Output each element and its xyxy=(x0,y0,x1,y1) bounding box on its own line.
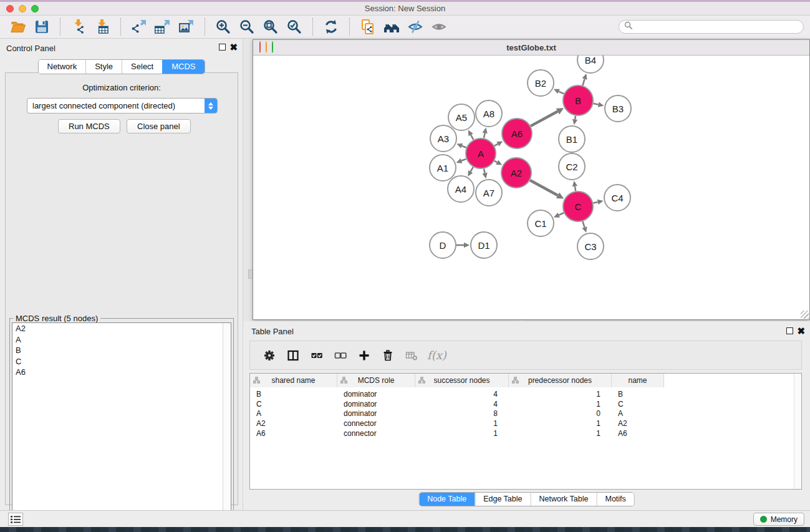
edge-B-B4[interactable] xyxy=(582,79,584,86)
table-row[interactable]: Bdominator41B xyxy=(250,390,664,400)
mcds-result-item[interactable]: A xyxy=(12,334,231,346)
first-neighbors-icon[interactable] xyxy=(380,17,403,37)
close-panel-icon[interactable]: ✖ xyxy=(229,44,238,51)
edge-C-C1[interactable] xyxy=(559,213,564,215)
add-column-icon[interactable] xyxy=(352,345,376,366)
edge-A-A3[interactable] xyxy=(462,146,466,148)
search-box[interactable] xyxy=(619,20,804,34)
graph-node-A6[interactable]: A6 xyxy=(502,118,532,148)
graph-node-A3[interactable]: A3 xyxy=(430,125,456,152)
save-session-icon[interactable] xyxy=(30,17,54,37)
open-file-icon[interactable] xyxy=(6,17,30,37)
graph-node-B4[interactable]: B4 xyxy=(577,56,604,73)
tab-network-table[interactable]: Network Table xyxy=(531,493,597,506)
edge-A-A1[interactable] xyxy=(461,159,466,161)
export-network-icon[interactable] xyxy=(127,17,151,37)
edge-A-A6[interactable] xyxy=(494,144,498,146)
network-window-titlebar[interactable]: testGlobe.txt xyxy=(253,40,809,56)
tab-select[interactable]: Select xyxy=(122,60,162,74)
graph-node-B1[interactable]: B1 xyxy=(559,126,585,152)
zoom-fit-icon[interactable] xyxy=(259,17,282,37)
graph-node-C4[interactable]: C4 xyxy=(604,185,630,211)
tab-motifs[interactable]: Motifs xyxy=(596,493,634,506)
mcds-result-item[interactable]: A6 xyxy=(12,367,231,378)
graph-node-C3[interactable]: C3 xyxy=(577,233,604,259)
graph-node-A2[interactable]: A2 xyxy=(501,158,531,188)
zoom-selected-icon[interactable] xyxy=(282,17,306,37)
tab-edge-table[interactable]: Edge Table xyxy=(475,493,530,506)
graph-node-A4[interactable]: A4 xyxy=(448,176,474,202)
zoom-out-icon[interactable] xyxy=(235,17,259,37)
eye-icon[interactable] xyxy=(427,17,451,37)
edge-B-B1[interactable] xyxy=(575,116,576,120)
edge-B-B2[interactable] xyxy=(559,92,564,94)
column-header-predecessor-nodes[interactable]: predecessor nodes xyxy=(509,374,612,387)
export-table-icon[interactable] xyxy=(151,17,175,37)
import-network-icon[interactable] xyxy=(67,17,90,37)
edge-A-A5[interactable] xyxy=(471,135,473,140)
show-columns-icon[interactable] xyxy=(281,345,305,366)
float-panel-icon[interactable] xyxy=(219,44,226,51)
mcds-result-item[interactable]: C xyxy=(12,356,231,367)
graph-node-A5[interactable]: A5 xyxy=(448,104,475,130)
float-table-panel-icon[interactable] xyxy=(786,327,793,334)
select-all-rows-icon[interactable] xyxy=(305,345,329,366)
delete-column-icon[interactable] xyxy=(376,345,400,366)
tab-network[interactable]: Network xyxy=(38,60,85,74)
graph-node-D[interactable]: D xyxy=(430,232,456,258)
run-mcds-button[interactable]: Run MCDS xyxy=(58,119,120,133)
deselect-all-rows-icon[interactable] xyxy=(329,345,352,366)
column-header-name[interactable]: name xyxy=(612,374,664,387)
table-scrollbar[interactable] xyxy=(794,374,801,489)
mcds-result-item[interactable]: B xyxy=(12,345,231,356)
graph-node-B3[interactable]: B3 xyxy=(605,95,631,122)
edge-C-C4[interactable] xyxy=(593,202,597,203)
edge-C-C3[interactable] xyxy=(582,221,584,228)
search-input[interactable] xyxy=(633,22,798,31)
table-settings-icon[interactable] xyxy=(258,345,281,366)
edge-A-A7[interactable] xyxy=(484,168,485,173)
new-network-from-selection-icon[interactable] xyxy=(356,17,380,37)
edge-A-A4[interactable] xyxy=(471,167,473,172)
table-row[interactable]: A6connector11A6 xyxy=(250,429,664,439)
tab-node-table[interactable]: Node Table xyxy=(419,493,475,506)
memory-button[interactable]: Memory xyxy=(753,513,804,526)
graph-node-A[interactable]: A xyxy=(466,138,496,168)
column-header-shared-name[interactable]: shared name xyxy=(250,374,337,387)
graph-node-A7[interactable]: A7 xyxy=(476,180,502,206)
edge-A6-B[interactable] xyxy=(531,112,557,127)
zoom-in-icon[interactable] xyxy=(211,17,235,37)
apply-layout-icon[interactable] xyxy=(319,17,343,37)
mcds-result-list[interactable]: A2ABCA6 xyxy=(12,322,231,530)
graph-node-B[interactable]: B xyxy=(563,85,593,115)
edge-B-B3[interactable] xyxy=(593,104,598,105)
table-row[interactable]: Cdominator41C xyxy=(250,400,664,410)
edge-A2-C[interactable] xyxy=(530,180,558,195)
graph-node-C[interactable]: C xyxy=(563,191,593,221)
mcds-result-item[interactable]: A2 xyxy=(12,323,231,334)
column-header-MCDS-role[interactable]: MCDS role xyxy=(337,374,415,387)
criterion-dropdown[interactable]: largest connected component (directed) xyxy=(27,98,218,114)
close-table-panel-icon[interactable]: ✖ xyxy=(797,327,805,334)
result-list-scrollbar[interactable] xyxy=(223,323,231,530)
network-graph-canvas[interactable]: AA1A2A3A4A5A6A7A8BB1B2B3B4CC1C2C3C4DD1 xyxy=(253,56,809,319)
graph-node-C1[interactable]: C1 xyxy=(528,210,554,236)
split-divider-handle-vertical[interactable] xyxy=(248,269,253,279)
close-panel-button[interactable]: Close panel xyxy=(127,119,191,133)
edge-A-A2[interactable] xyxy=(494,161,497,162)
task-history-button[interactable] xyxy=(8,513,23,526)
window-resize-grip[interactable] xyxy=(801,311,809,319)
graph-node-A1[interactable]: A1 xyxy=(430,155,456,181)
graph-node-D1[interactable]: D1 xyxy=(471,232,497,258)
graph-node-C2[interactable]: C2 xyxy=(559,153,585,180)
tab-mcds[interactable]: MCDS xyxy=(162,60,204,74)
column-header-successor-nodes[interactable]: successor nodes xyxy=(415,374,509,387)
node-table[interactable]: shared nameMCDS rolesuccessor nodesprede… xyxy=(249,373,802,490)
graph-node-B2[interactable]: B2 xyxy=(528,70,554,96)
edge-A-A8[interactable] xyxy=(484,133,485,138)
table-row[interactable]: A2connector11A2 xyxy=(250,419,664,429)
delete-table-icon[interactable] xyxy=(400,345,423,366)
tab-style[interactable]: Style xyxy=(85,60,122,74)
import-table-icon[interactable] xyxy=(90,17,114,37)
export-image-icon[interactable] xyxy=(175,17,198,37)
